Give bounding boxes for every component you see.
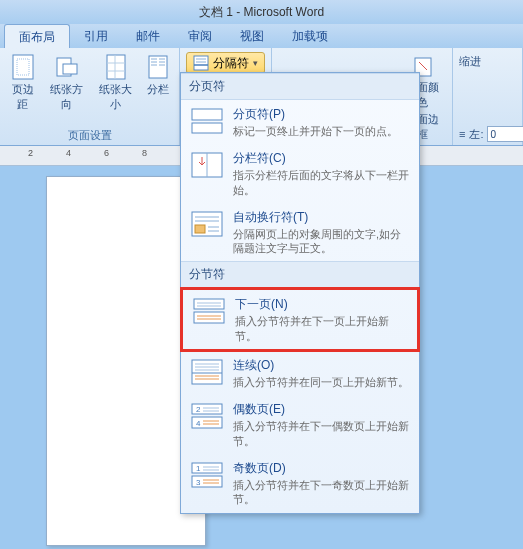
group-label-page-setup: 页面设置 — [68, 126, 112, 143]
indent-left-spinner[interactable]: 0 ▴▾ — [487, 126, 523, 142]
svg-rect-12 — [194, 56, 208, 70]
continuous-icon — [189, 357, 225, 387]
menuitem-desc: 标记一页终止并开始下一页的点。 — [233, 124, 411, 138]
menuitem-desc: 插入分节符并在下一页上开始新节。 — [235, 314, 409, 343]
dropdown-section-sectionbreaks: 分节符 — [181, 261, 419, 288]
menuitem-even-page[interactable]: 24 偶数页(E) 插入分节符并在下一偶数页上开始新节。 — [181, 395, 419, 454]
svg-rect-17 — [192, 123, 222, 133]
menuitem-continuous[interactable]: 连续(O) 插入分节符并在同一页上开始新节。 — [181, 351, 419, 395]
tab-view[interactable]: 视图 — [226, 24, 278, 48]
menuitem-title: 奇数页(D) — [233, 460, 411, 477]
menuitem-text-wrapping-break[interactable]: 自动换行符(T) 分隔网页上的对象周围的文字,如分隔题注文字与正文。 — [181, 203, 419, 262]
papersize-icon — [103, 54, 129, 80]
menuitem-desc: 指示分栏符后面的文字将从下一栏开始。 — [233, 168, 411, 197]
menuitem-desc: 分隔网页上的对象周围的文字,如分隔题注文字与正文。 — [233, 227, 411, 256]
columns-button[interactable]: 分栏 — [143, 52, 173, 114]
menuitem-next-page[interactable]: 下一页(N) 插入分节符并在下一页上开始新节。 — [180, 287, 420, 352]
tab-addins[interactable]: 加载项 — [278, 24, 342, 48]
orientation-icon — [54, 54, 80, 80]
breaks-dropdown-button[interactable]: 分隔符 ▾ — [186, 52, 265, 74]
orientation-button[interactable]: 纸张方向 — [45, 52, 88, 114]
svg-rect-3 — [63, 64, 77, 74]
window-title: 文档 1 - Microsoft Word — [0, 0, 523, 24]
odd-page-icon: 13 — [189, 460, 225, 490]
tab-mailings[interactable]: 邮件 — [122, 24, 174, 48]
even-page-icon: 24 — [189, 401, 225, 431]
breaks-dropdown-menu: 分页符 分页符(P) 标记一页终止并开始下一页的点。 分栏符(C) 指示分栏符后… — [180, 72, 420, 514]
menuitem-desc: 插入分节符并在同一页上开始新节。 — [233, 375, 411, 389]
wrap-break-icon — [189, 209, 225, 239]
chevron-down-icon: ▾ — [253, 58, 258, 68]
svg-rect-23 — [195, 225, 205, 233]
indent-left-label: ≡ — [459, 128, 465, 140]
svg-rect-26 — [194, 299, 224, 309]
margins-button[interactable]: 页边距 — [6, 52, 39, 114]
breaks-icon — [193, 55, 209, 71]
margins-icon — [10, 54, 36, 80]
menuitem-desc: 插入分节符并在下一偶数页上开始新节。 — [233, 419, 411, 448]
menuitem-title: 自动换行符(T) — [233, 209, 411, 226]
tab-page-layout[interactable]: 面布局 — [4, 24, 70, 48]
dropdown-section-pagebreaks: 分页符 — [181, 73, 419, 100]
menuitem-title: 下一页(N) — [235, 296, 409, 313]
papersize-button[interactable]: 纸张大小 — [94, 52, 137, 114]
svg-rect-4 — [107, 55, 125, 79]
page-break-icon — [189, 106, 225, 136]
ribbon-tabbar: 面布局 引用 邮件 审阅 视图 加载项 — [0, 24, 523, 48]
tab-review[interactable]: 审阅 — [174, 24, 226, 48]
svg-text:1: 1 — [196, 464, 201, 473]
ribbon: 页边距 纸张方向 纸张大小 分栏 页面设置 分隔符 ▾ 分页符 — [0, 48, 523, 146]
svg-rect-29 — [194, 312, 224, 323]
indent-label: 缩进 — [459, 54, 481, 69]
svg-text:2: 2 — [196, 405, 201, 414]
svg-text:4: 4 — [196, 419, 201, 428]
columns-icon — [145, 54, 171, 80]
menuitem-column-break[interactable]: 分栏符(C) 指示分栏符后面的文字将从下一栏开始。 — [181, 144, 419, 203]
svg-text:3: 3 — [196, 478, 201, 487]
menuitem-title: 分页符(P) — [233, 106, 411, 123]
menuitem-odd-page[interactable]: 13 奇数页(D) 插入分节符并在下一奇数页上开始新节。 — [181, 454, 419, 513]
column-break-icon — [189, 150, 225, 180]
menuitem-title: 连续(O) — [233, 357, 411, 374]
menuitem-title: 分栏符(C) — [233, 150, 411, 167]
menuitem-page-break[interactable]: 分页符(P) 标记一页终止并开始下一页的点。 — [181, 100, 419, 144]
menuitem-desc: 插入分节符并在下一奇数页上开始新节。 — [233, 478, 411, 507]
svg-rect-16 — [192, 109, 222, 120]
menuitem-title: 偶数页(E) — [233, 401, 411, 418]
next-page-icon — [191, 296, 227, 326]
tab-references[interactable]: 引用 — [70, 24, 122, 48]
